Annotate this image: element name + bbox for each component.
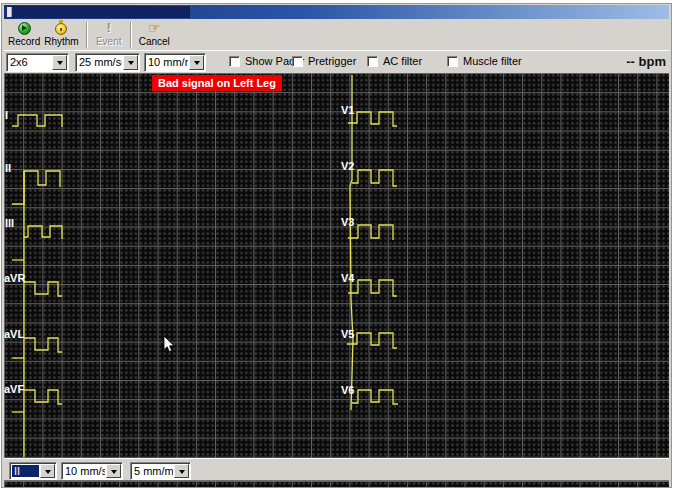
lead-label-I: I (5, 110, 8, 121)
options-bar: 2x6 25 mm/sec 10 mm/mV Show Pacer Pretri… (4, 50, 669, 73)
ac-filter-label: AC filter (383, 55, 422, 67)
layout-select-value: 2x6 (10, 56, 51, 69)
event-button[interactable]: ! Event (93, 21, 125, 49)
trace-lead-I (12, 115, 62, 127)
trace-lead-aVF (24, 390, 62, 404)
trace-lead-V1 (348, 112, 397, 126)
dropdown-arrow-icon[interactable] (189, 55, 204, 70)
pretrigger-label: Pretrigger (308, 55, 356, 67)
checkbox-box[interactable] (447, 56, 458, 67)
ecg-display: IIIIIIaVRaVLaVFV1V2V3V4V5V6 Bad signal o… (4, 73, 669, 458)
mouse-cursor (163, 336, 175, 354)
rhythm-gain-value: 5 mm/mV (134, 465, 173, 477)
trace-lead-V6 (352, 390, 398, 404)
rhythm-lead-value: II (12, 465, 39, 477)
signal-warning-banner: Bad signal on Left Leg (152, 75, 282, 91)
trace-lead-V3 (348, 225, 393, 240)
toolbar-separator (130, 22, 132, 48)
cancel-button-label: Cancel (139, 36, 170, 47)
lead-label-V5: V5 (341, 329, 354, 340)
event-button-label: Event (96, 36, 122, 47)
cancel-button[interactable]: ☞ Cancel (137, 21, 172, 49)
checkbox-box[interactable] (292, 56, 303, 67)
record-icon (18, 22, 31, 35)
sweep-speed-select[interactable]: 25 mm/sec (75, 53, 140, 72)
trace-lead-V5 (347, 333, 397, 348)
checkbox-box[interactable] (367, 56, 378, 67)
dropdown-arrow-icon[interactable] (40, 464, 55, 478)
toolbar: Record Rhythm ! Event ☞ Cancel (4, 19, 669, 50)
dropdown-arrow-icon[interactable] (106, 464, 121, 478)
lead-label-III: III (5, 218, 14, 229)
trace-lead-V4 (348, 280, 397, 296)
rhythm-lead-select[interactable]: II (9, 462, 57, 480)
rhythm-gain-select[interactable]: 5 mm/mV (130, 462, 191, 480)
dropdown-arrow-icon[interactable] (52, 55, 67, 70)
bottom-grid-strip (4, 481, 669, 487)
dropdown-arrow-icon[interactable] (174, 464, 189, 478)
record-button-label: Record (8, 36, 40, 47)
muscle-filter-label: Muscle filter (463, 55, 522, 67)
pretrigger-checkbox[interactable]: Pretrigger (292, 55, 356, 67)
lead-label-V2: V2 (341, 161, 354, 172)
lead-label-V6: V6 (341, 385, 354, 396)
rhythm-speed-value: 10 mm/sec (65, 465, 105, 477)
trace-lead-aVL (24, 338, 62, 352)
muscle-filter-checkbox[interactable]: Muscle filter (447, 55, 522, 67)
exclamation-icon: ! (102, 21, 116, 35)
rhythm-strip-bar: II 10 mm/sec 5 mm/mV (4, 458, 669, 481)
layout-select[interactable]: 2x6 (6, 53, 69, 72)
checkbox-box[interactable] (229, 56, 240, 67)
lead-label-aVR: aVR (4, 273, 25, 284)
lead-label-V3: V3 (341, 217, 354, 228)
heart-rate-display: -- bpm (626, 54, 666, 69)
gain-select-value: 10 mm/mV (148, 56, 188, 69)
rhythm-button-label: Rhythm (44, 36, 78, 47)
rhythm-button[interactable]: Rhythm (42, 21, 80, 49)
record-button[interactable]: Record (6, 21, 42, 49)
lead-label-aVF: aVF (4, 384, 24, 395)
pointing-hand-icon: ☞ (147, 21, 161, 35)
sweep-speed-value: 25 mm/sec (79, 56, 122, 69)
lead-label-aVL: aVL (4, 329, 24, 340)
dropdown-arrow-icon[interactable] (123, 55, 138, 70)
window-title (10, 6, 190, 18)
trace-lead-II (12, 171, 60, 204)
gain-select[interactable]: 10 mm/mV (144, 53, 206, 72)
lead-label-II: II (5, 163, 11, 174)
ac-filter-checkbox[interactable]: AC filter (367, 55, 422, 67)
app-window: Record Rhythm ! Event ☞ Cancel 2x6 25 mm… (1, 3, 672, 488)
stopwatch-icon (55, 23, 67, 35)
lead-label-V4: V4 (341, 273, 354, 284)
trace-lead-aVR (24, 282, 62, 296)
titlebar[interactable] (4, 5, 669, 19)
lead-label-V1: V1 (341, 105, 354, 116)
trace-lead-V2 (352, 170, 397, 186)
toolbar-separator (86, 22, 88, 48)
rhythm-speed-select[interactable]: 10 mm/sec (61, 462, 123, 480)
trace-chest-rail (350, 75, 353, 410)
trace-lead-III (24, 226, 62, 239)
app-icon (7, 7, 12, 17)
ecg-traces (4, 73, 669, 458)
